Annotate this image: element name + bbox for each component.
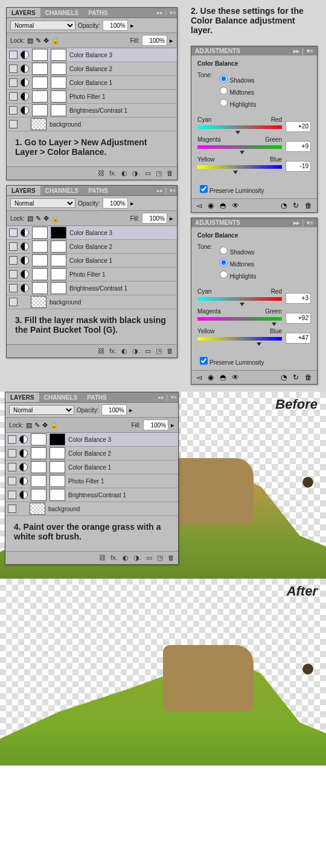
- lock-move-icon[interactable]: ✥: [43, 37, 49, 45]
- back-icon[interactable]: ◅: [196, 373, 202, 382]
- lock-paint-icon[interactable]: ✎: [36, 215, 41, 222]
- layer-thumb[interactable]: [32, 268, 48, 280]
- layer-thumb[interactable]: [32, 63, 48, 75]
- slider-handle-icon[interactable]: [257, 342, 261, 346]
- layer-row[interactable]: Color Balance 2: [5, 447, 178, 461]
- layer-row[interactable]: background: [5, 502, 178, 516]
- layer-name[interactable]: Photo Filter 1: [68, 478, 104, 485]
- expand-icon[interactable]: ◉: [208, 201, 214, 210]
- layer-row[interactable]: Color Balance 1: [5, 461, 178, 474]
- mask-thumb[interactable]: [50, 475, 65, 487]
- layer-row[interactable]: Color Balance 3: [5, 433, 178, 447]
- lock-paint-icon[interactable]: ✎: [34, 421, 40, 429]
- link-icon[interactable]: ⛓: [99, 554, 106, 562]
- preserve-luminosity-checkbox[interactable]: [200, 357, 208, 365]
- layer-thumb[interactable]: [32, 77, 48, 89]
- tab-channels[interactable]: CHANNELS: [40, 8, 84, 17]
- link-icon[interactable]: ⛓: [98, 347, 104, 355]
- visibility-icon[interactable]: [9, 120, 18, 128]
- fill-flyout-icon[interactable]: ▸: [170, 37, 173, 45]
- mask-thumb[interactable]: [51, 63, 66, 75]
- adjustment-layer-icon[interactable]: ◑.: [132, 347, 140, 355]
- layer-thumb[interactable]: [32, 104, 48, 116]
- visibility-icon[interactable]: [9, 270, 18, 278]
- mask-thumb[interactable]: [51, 49, 66, 61]
- slider-handle-icon[interactable]: [240, 151, 245, 154]
- layer-row[interactable]: Brightness/Contrast 1: [7, 104, 177, 118]
- slider-value-input[interactable]: [286, 141, 311, 152]
- visibility-icon[interactable]: [9, 78, 18, 87]
- collapse-icon[interactable]: ▸▸ │ ▾≡: [293, 48, 313, 54]
- new-layer-icon[interactable]: ◳: [156, 169, 162, 177]
- tone-midtones-radio[interactable]: [220, 259, 228, 266]
- layer-thumb[interactable]: [31, 447, 46, 459]
- layer-row[interactable]: Color Balance 2: [7, 62, 177, 76]
- magenta-green-slider[interactable]: [197, 317, 282, 321]
- new-layer-icon[interactable]: ◳: [157, 554, 163, 562]
- delete-icon[interactable]: 🗑: [167, 347, 173, 355]
- blend-mode-select[interactable]: Normal: [10, 20, 75, 30]
- delete-icon[interactable]: 🗑: [305, 201, 312, 210]
- clip-icon[interactable]: ◓: [220, 201, 226, 210]
- cyan-red-slider[interactable]: [197, 125, 282, 129]
- previous-icon[interactable]: ◔: [281, 201, 287, 210]
- layer-row[interactable]: background: [7, 118, 177, 131]
- layer-thumb[interactable]: [31, 461, 46, 473]
- lock-paint-icon[interactable]: ✎: [36, 37, 41, 45]
- layer-name[interactable]: Color Balance 3: [69, 230, 112, 236]
- magenta-green-slider[interactable]: [197, 145, 282, 149]
- tab-paths[interactable]: PATHS: [82, 392, 111, 402]
- fill-input[interactable]: [142, 35, 167, 46]
- mask-thumb[interactable]: [51, 104, 66, 116]
- tone-shadows-radio[interactable]: [220, 247, 228, 254]
- tab-adjustments[interactable]: ADJUSTMENTS: [195, 219, 240, 226]
- mask-thumb[interactable]: [51, 254, 66, 266]
- slider-handle-icon[interactable]: [233, 171, 238, 174]
- layer-thumb[interactable]: [30, 503, 45, 515]
- mask-thumb[interactable]: [51, 241, 66, 253]
- mask-thumb[interactable]: [51, 90, 66, 102]
- mask-thumb[interactable]: [51, 227, 66, 239]
- preserve-luminosity-checkbox[interactable]: [200, 185, 208, 193]
- layer-name[interactable]: Color Balance 1: [69, 257, 112, 264]
- visibility-icon[interactable]: [9, 256, 18, 265]
- mask-icon[interactable]: ◐: [123, 554, 129, 562]
- mask-thumb[interactable]: [50, 433, 65, 445]
- lock-transparency-icon[interactable]: ▧: [26, 421, 32, 429]
- visibility-icon[interactable]: [9, 298, 18, 306]
- tab-layers[interactable]: LAYERS: [5, 392, 39, 402]
- clip-icon[interactable]: ◓: [220, 373, 226, 382]
- visibility-icon[interactable]: 👁: [232, 201, 239, 210]
- tab-channels[interactable]: CHANNELS: [39, 392, 83, 402]
- previous-icon[interactable]: ◔: [281, 373, 287, 382]
- slider-value-input[interactable]: [286, 121, 311, 132]
- fill-input[interactable]: [142, 213, 167, 224]
- mask-thumb[interactable]: [51, 282, 66, 294]
- delete-icon[interactable]: 🗑: [168, 554, 174, 562]
- layer-name[interactable]: Brightness/Contrast 1: [69, 285, 127, 292]
- lock-all-icon[interactable]: 🔒: [51, 215, 60, 222]
- yellow-blue-slider[interactable]: [197, 337, 282, 341]
- lock-move-icon[interactable]: ✥: [43, 215, 49, 222]
- collapse-icon[interactable]: ▸▸ │ ▾≡: [158, 394, 177, 400]
- layer-thumb[interactable]: [32, 227, 48, 239]
- mask-thumb[interactable]: [50, 489, 65, 501]
- tab-layers[interactable]: LAYERS: [7, 8, 40, 17]
- layer-row[interactable]: Brightness/Contrast 1: [7, 281, 177, 295]
- layer-row[interactable]: Photo Filter 1: [7, 268, 177, 281]
- tab-paths[interactable]: PATHS: [83, 186, 112, 195]
- visibility-icon[interactable]: [9, 228, 18, 237]
- back-icon[interactable]: ◅: [196, 201, 202, 210]
- lock-transparency-icon[interactable]: ▧: [27, 37, 33, 45]
- new-layer-icon[interactable]: ◳: [156, 347, 162, 355]
- layer-name[interactable]: Color Balance 2: [69, 244, 112, 250]
- layer-thumb[interactable]: [31, 118, 46, 130]
- layer-name[interactable]: background: [50, 299, 81, 306]
- lock-all-icon[interactable]: 🔒: [51, 37, 60, 45]
- opacity-input[interactable]: [103, 20, 128, 31]
- cyan-red-slider[interactable]: [197, 297, 282, 301]
- fill-input[interactable]: [143, 420, 168, 430]
- group-icon[interactable]: ▭: [145, 347, 151, 355]
- mask-thumb[interactable]: [51, 268, 66, 280]
- layer-row[interactable]: background: [7, 295, 177, 309]
